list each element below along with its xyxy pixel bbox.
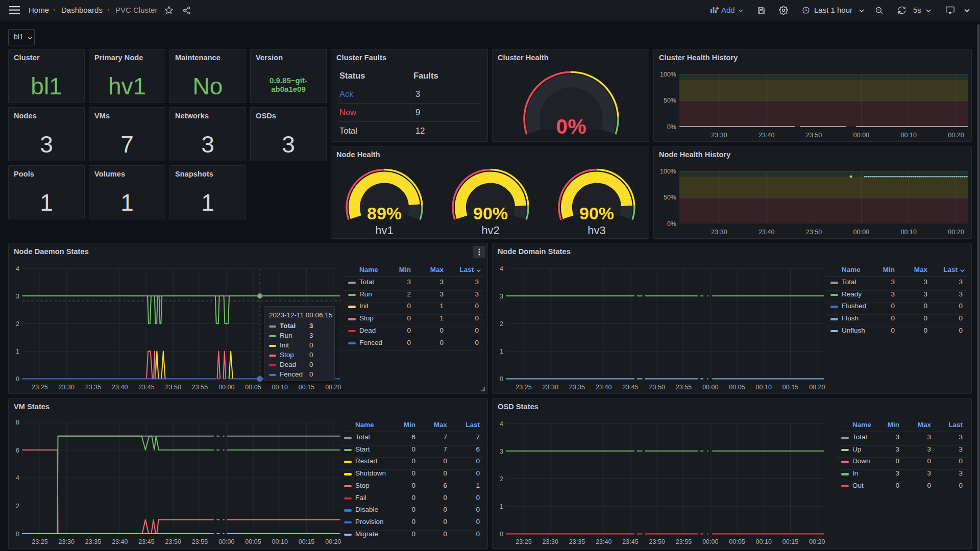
svg-text:50%: 50% — [664, 194, 676, 201]
svg-text:0%: 0% — [667, 123, 676, 131]
svg-text:00:10: 00:10 — [901, 229, 917, 236]
svg-text:23:40: 23:40 — [758, 229, 774, 236]
svg-text:90%: 90% — [579, 204, 614, 223]
svg-text:00:10: 00:10 — [901, 132, 917, 139]
svg-text:0%: 0% — [667, 220, 676, 228]
svg-text:00:00: 00:00 — [853, 132, 869, 139]
svg-text:100%: 100% — [660, 168, 676, 175]
svg-text:0%: 0% — [556, 115, 586, 138]
svg-text:hv3: hv3 — [587, 224, 605, 237]
svg-text:23:30: 23:30 — [711, 229, 727, 236]
svg-text:00:00: 00:00 — [853, 229, 869, 236]
svg-text:23:30: 23:30 — [711, 132, 727, 139]
svg-text:100%: 100% — [660, 71, 676, 78]
svg-text:23:50: 23:50 — [806, 229, 822, 236]
svg-text:50%: 50% — [664, 97, 676, 104]
svg-text:23:40: 23:40 — [758, 132, 774, 139]
svg-text:00:20: 00:20 — [948, 229, 964, 236]
svg-text:23:50: 23:50 — [806, 132, 822, 139]
svg-text:00:20: 00:20 — [948, 132, 964, 139]
